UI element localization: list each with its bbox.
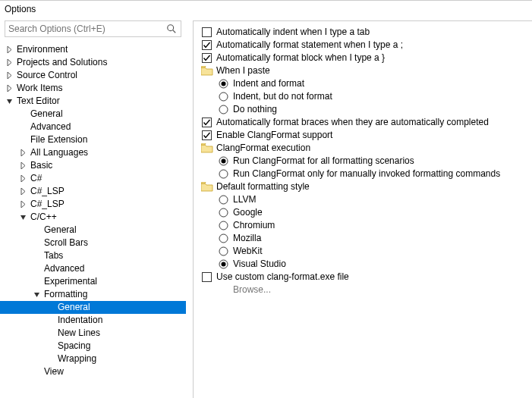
- tree-item-label: All Languages: [29, 146, 88, 159]
- radio[interactable]: [218, 259, 228, 270]
- tree-item[interactable]: General: [0, 224, 186, 237]
- svg-point-18: [219, 247, 228, 255]
- radio[interactable]: [218, 105, 228, 115]
- tree-item[interactable]: Basic: [0, 159, 186, 172]
- tree-spacer: [46, 329, 55, 338]
- option-row: Automatically format braces when they ar…: [201, 116, 529, 129]
- tree-item[interactable]: Scroll Bars: [0, 237, 186, 249]
- tree-expander-icon[interactable]: [18, 187, 27, 196]
- tree-item[interactable]: C#: [0, 172, 186, 185]
- svg-point-7: [219, 92, 228, 101]
- tree-item-label: Wrapping: [56, 353, 96, 365]
- tree-expander-icon[interactable]: [5, 97, 14, 106]
- option-row: Default formatting style: [201, 180, 529, 193]
- option-row: Browse...: [201, 284, 529, 296]
- radio[interactable]: [218, 221, 228, 231]
- option-row: When I paste: [201, 64, 529, 77]
- tree-item[interactable]: Indentation: [0, 314, 186, 327]
- tree-spacer: [32, 252, 41, 261]
- spacer: [218, 285, 228, 296]
- search-input[interactable]: [5, 20, 181, 37]
- tree-expander-icon[interactable]: [18, 161, 27, 171]
- tree-spacer: [32, 368, 41, 377]
- checkbox[interactable]: [201, 40, 212, 51]
- tree-item[interactable]: C#_LSP: [0, 198, 186, 211]
- tree-item[interactable]: Advanced: [0, 121, 186, 133]
- option-label: Indent, but do not format: [233, 90, 332, 103]
- option-row: Indent and format: [201, 77, 529, 90]
- tree-item-label: View: [42, 365, 64, 378]
- svg-point-8: [219, 105, 228, 114]
- option-row: Google: [201, 206, 529, 219]
- tree-item[interactable]: Work Items: [0, 82, 186, 95]
- tree-item[interactable]: Formatting: [0, 288, 186, 301]
- option-label: WebKit: [233, 245, 262, 258]
- tree-expander-icon[interactable]: [18, 174, 27, 183]
- tree-expander-icon[interactable]: [5, 71, 14, 80]
- tree-expander-icon[interactable]: [5, 45, 14, 55]
- option-label: When I paste: [216, 64, 270, 77]
- tree-expander-icon[interactable]: [18, 149, 27, 158]
- radio[interactable]: [218, 169, 228, 180]
- search-icon[interactable]: [166, 24, 177, 34]
- option-label: Enable ClangFormat support: [216, 129, 332, 142]
- browse-link[interactable]: Browse...: [233, 284, 271, 296]
- tree-item[interactable]: Tabs: [0, 249, 186, 262]
- svg-point-15: [219, 208, 228, 217]
- tree-item[interactable]: Text Editor: [0, 95, 186, 108]
- tree-item[interactable]: Wrapping: [0, 353, 186, 365]
- tree-item[interactable]: File Extension: [0, 133, 186, 146]
- radio[interactable]: [218, 208, 228, 218]
- tree-item[interactable]: C/C++: [0, 211, 186, 224]
- radio[interactable]: [218, 79, 228, 89]
- folder-icon: [201, 143, 213, 154]
- tree-item[interactable]: General: [0, 108, 186, 121]
- svg-point-17: [219, 234, 228, 243]
- option-label: Mozilla: [233, 232, 261, 245]
- folder-icon: [201, 66, 213, 77]
- tree-expander-icon[interactable]: [5, 84, 14, 93]
- checkbox[interactable]: [201, 27, 212, 38]
- option-row: Chromium: [201, 219, 529, 232]
- tree-item[interactable]: Advanced: [0, 262, 186, 275]
- tree-item-label: General: [29, 108, 63, 121]
- tree-item[interactable]: New Lines: [0, 327, 186, 340]
- option-row: LLVM: [201, 193, 529, 206]
- tree-item-label: Experimental: [42, 275, 97, 288]
- tree-item[interactable]: View: [0, 365, 186, 378]
- tree-spacer: [32, 239, 41, 248]
- tree-expander-icon[interactable]: [18, 200, 27, 209]
- tree-expander-icon[interactable]: [5, 58, 14, 67]
- tree-item[interactable]: Spacing: [0, 340, 186, 353]
- radio[interactable]: [218, 195, 228, 205]
- option-label: Google: [233, 206, 263, 219]
- tree-item[interactable]: Projects and Solutions: [0, 56, 186, 69]
- tree-spacer: [46, 342, 55, 351]
- tree-item[interactable]: All Languages: [0, 146, 186, 159]
- tree-item-label: Projects and Solutions: [15, 56, 107, 69]
- checkbox[interactable]: [201, 118, 212, 128]
- svg-rect-2: [202, 28, 211, 37]
- tree-item-label: New Lines: [56, 327, 100, 340]
- tree-item[interactable]: Source Control: [0, 69, 186, 82]
- tree-expander-icon[interactable]: [18, 213, 27, 222]
- tree-item-label: General: [42, 224, 77, 237]
- checkbox[interactable]: [201, 130, 212, 141]
- tree-item-label: C#_LSP: [29, 185, 65, 198]
- radio[interactable]: [218, 92, 228, 102]
- tree-item[interactable]: C#_LSP: [0, 185, 186, 198]
- tree-expander-icon[interactable]: [32, 290, 41, 299]
- option-row: Do nothing: [201, 103, 529, 116]
- checkbox[interactable]: [201, 272, 212, 283]
- tree-spacer: [46, 355, 55, 364]
- tree-item[interactable]: Environment: [0, 43, 186, 56]
- tree-item[interactable]: Experimental: [0, 275, 186, 288]
- radio[interactable]: [218, 233, 228, 244]
- option-label: Run ClangFormat for all formatting scena…: [233, 155, 414, 168]
- tree-item[interactable]: General: [0, 301, 186, 314]
- radio[interactable]: [218, 246, 228, 257]
- svg-point-13: [219, 170, 228, 178]
- radio[interactable]: [218, 156, 228, 167]
- checkbox[interactable]: [201, 53, 212, 64]
- search-row: [0, 19, 186, 42]
